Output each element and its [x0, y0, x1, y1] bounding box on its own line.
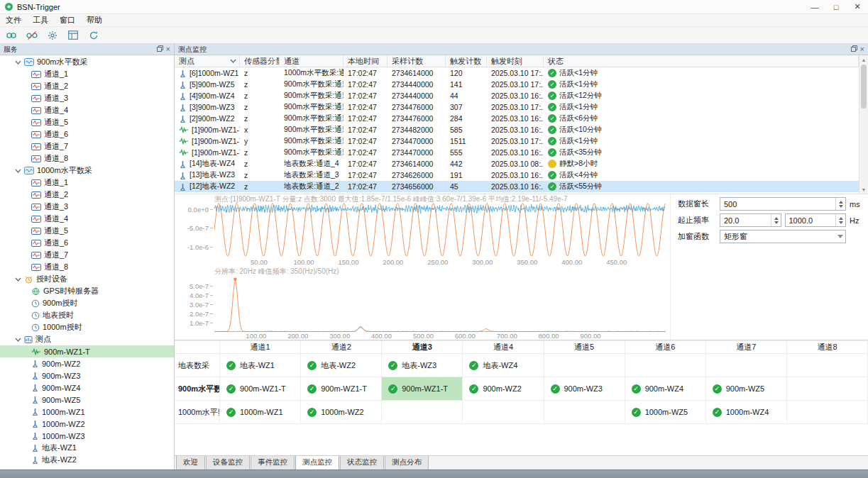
tree-item-通道_8[interactable]: 通道_8 — [0, 261, 174, 273]
tree-item-通道_6[interactable]: 通道_6 — [0, 128, 174, 140]
tree-item-900m-WZ5[interactable]: 900m-WZ5 — [0, 394, 174, 406]
tree-item-地表授时[interactable]: 地表授时 — [0, 309, 174, 321]
grid-cell[interactable] — [625, 354, 706, 377]
float-panel-icon[interactable] — [157, 45, 163, 53]
grid-cell[interactable] — [544, 354, 625, 377]
tree-item-地表-WZ1[interactable]: 地表-WZ1 — [0, 442, 174, 454]
expander-icon[interactable] — [14, 277, 21, 282]
menu-tools[interactable]: 工具 — [27, 14, 54, 26]
tree-item-通道_4[interactable]: 通道_4 — [0, 104, 174, 116]
table-row[interactable]: [4]900m-WZ4z900m水平数采:通道_617:02:472734440… — [175, 90, 859, 101]
tree-group-900m水平数采[interactable]: 900m水平数采 — [0, 56, 174, 68]
table-row[interactable]: [14]地表-WZ4z地表数采:通道_417:02:47273461400044… — [175, 158, 859, 169]
expander-icon[interactable] — [14, 168, 21, 174]
expander-icon[interactable] — [14, 60, 21, 65]
grid-cell[interactable]: ✓地表-WZ3 — [382, 354, 463, 377]
scroll-up-icon[interactable]: ▲ — [859, 55, 868, 64]
grid-cell[interactable]: ✓1000m-WZ4 — [706, 401, 787, 424]
grid-cell[interactable]: ✓900m-WZ1-T — [382, 377, 463, 401]
grid-cell[interactable] — [787, 401, 868, 424]
tree-item-900m-WZ3[interactable]: 900m-WZ3 — [0, 369, 174, 382]
tab-status-monitor[interactable]: 状态监控 — [340, 456, 384, 470]
tree-item-GPS时钟服务器[interactable]: GPS时钟服务器 — [0, 285, 174, 297]
expander-icon[interactable] — [14, 337, 21, 343]
grid-cell[interactable]: ✓900m-WZ5 — [706, 377, 787, 401]
tree-item-通道_4[interactable]: 通道_4 — [0, 213, 174, 225]
grid-cell[interactable]: ✓1000m-WZ2 — [301, 401, 382, 424]
table-scrollbar[interactable]: ▲ ▼ — [859, 55, 868, 194]
tree-item-通道_2[interactable]: 通道_2 — [0, 80, 174, 92]
spectrum-plot[interactable] — [214, 275, 666, 332]
grid-cell[interactable]: ✓900m-WZ1-T — [301, 377, 382, 401]
grid-cell[interactable]: ✓900m-WZ4 — [625, 377, 706, 401]
menu-help[interactable]: 帮助 — [81, 14, 108, 26]
table-row[interactable]: [2]900m-WZ2z900m水平数采:通道_417:02:472734476… — [175, 113, 859, 124]
tree-item-900m授时[interactable]: 900m授时 — [0, 297, 174, 309]
grid-cell[interactable] — [463, 401, 544, 424]
tree-item-通道_2[interactable]: 通道_2 — [0, 189, 174, 201]
grid-cell[interactable]: ✓900m-WZ2 — [463, 377, 544, 401]
minimize-button[interactable]: — — [804, 0, 825, 13]
spinbox-arrows-icon[interactable] — [771, 214, 779, 226]
scrollbar-thumb[interactable] — [861, 65, 867, 109]
tree-item-通道_1[interactable]: 通道_1 — [0, 68, 174, 80]
table-row[interactable]: [1]900m-WZ1-Ty900m水平数采:通道_217:02:4727344… — [175, 135, 859, 147]
tree-item-1000m授时[interactable]: 1000m授时 — [0, 321, 174, 333]
tree-group-授时设备[interactable]: 授时设备 — [0, 273, 174, 285]
freq-end-spinbox[interactable]: 1000.0 — [785, 213, 847, 227]
tree-item-通道_3[interactable]: 通道_3 — [0, 92, 174, 104]
grid-cell[interactable] — [544, 401, 625, 424]
tree-item-1000m-WZ3[interactable]: 1000m-WZ3 — [0, 430, 174, 442]
scroll-down-icon[interactable]: ▼ — [859, 185, 868, 194]
grid-cell[interactable]: ✓1000m-WZ5 — [625, 401, 706, 424]
tree-item-地表-WZ2[interactable]: 地表-WZ2 — [0, 454, 174, 466]
grid-cell[interactable]: ✓1000m-WZ1 — [220, 401, 301, 424]
column-header-3[interactable]: 本地时间 — [344, 55, 388, 67]
tree-item-900m-WZ4[interactable]: 900m-WZ4 — [0, 382, 174, 394]
disconnect-button[interactable] — [25, 28, 39, 43]
tree-item-通道_6[interactable]: 通道_6 — [0, 237, 174, 249]
grid-cell[interactable] — [382, 401, 463, 424]
table-row[interactable]: [1]900m-WZ1-Tz900m水平数采:通道_317:02:4727344… — [175, 147, 859, 158]
waveform-plot[interactable] — [214, 203, 666, 258]
close-panel-icon[interactable]: × — [166, 45, 170, 53]
spinbox-arrows-icon[interactable] — [835, 214, 843, 226]
grid-cell[interactable] — [787, 377, 868, 401]
tree-group-1000m水平数采[interactable]: 1000m水平数采 — [0, 165, 174, 177]
column-header-5[interactable]: 触发计数 — [446, 55, 487, 67]
layout-button[interactable] — [66, 28, 80, 43]
tab-device-monitor[interactable]: 设备监控 — [206, 456, 250, 470]
tree-item-通道_1[interactable]: 通道_1 — [0, 177, 174, 189]
column-header-2[interactable]: 通道 — [280, 55, 344, 67]
grid-cell[interactable] — [706, 354, 787, 377]
column-header-7[interactable]: 状态 — [544, 55, 859, 67]
settings-button[interactable] — [45, 28, 60, 43]
tree-item-通道_7[interactable]: 通道_7 — [0, 249, 174, 261]
table-row[interactable]: [5]900m-WZ5z900m水平数采:通道_717:02:472734440… — [175, 79, 859, 90]
tab-point-monitor[interactable]: 测点监控 — [295, 456, 339, 470]
freq-start-spinbox[interactable]: 20.0 — [720, 213, 781, 227]
tree-item-1000m-WZ2[interactable]: 1000m-WZ2 — [0, 418, 174, 430]
tree-item-通道_5[interactable]: 通道_5 — [0, 116, 174, 128]
tree-item-通道_7[interactable]: 通道_7 — [0, 140, 174, 152]
tab-event-monitor[interactable]: 事件监控 — [251, 456, 295, 470]
table-row[interactable]: [1]900m-WZ1-Tx900m水平数采:通道_117:02:4727344… — [175, 124, 859, 135]
table-row[interactable]: [3]900m-WZ3z900m水平数采:通道_517:02:472734476… — [175, 101, 859, 113]
tab-welcome[interactable]: 欢迎 — [176, 456, 205, 470]
float-panel-icon[interactable] — [851, 45, 857, 53]
window-function-select[interactable]: 矩形窗 — [720, 230, 846, 243]
close-button[interactable]: ✕ — [847, 0, 868, 13]
refresh-button[interactable] — [87, 28, 101, 43]
tree-item-900m-WZ2[interactable]: 900m-WZ2 — [0, 357, 174, 369]
tab-point-distribution[interactable]: 测点分布 — [385, 456, 429, 470]
menu-file[interactable]: 文件 — [0, 14, 27, 26]
tree-item-900m-WZ1-T[interactable]: 900m-WZ1-T — [0, 345, 174, 357]
column-header-6[interactable]: 触发时刻 — [487, 55, 544, 67]
tree-item-通道_8[interactable]: 通道_8 — [0, 152, 174, 165]
close-panel-icon[interactable]: × — [860, 45, 864, 53]
window-length-spinbox[interactable]: 500 — [720, 197, 846, 211]
grid-cell[interactable] — [787, 354, 868, 377]
spinbox-arrows-icon[interactable] — [835, 198, 843, 210]
grid-cell[interactable]: ✓地表-WZ2 — [301, 354, 382, 377]
connect-button[interactable] — [4, 28, 18, 43]
